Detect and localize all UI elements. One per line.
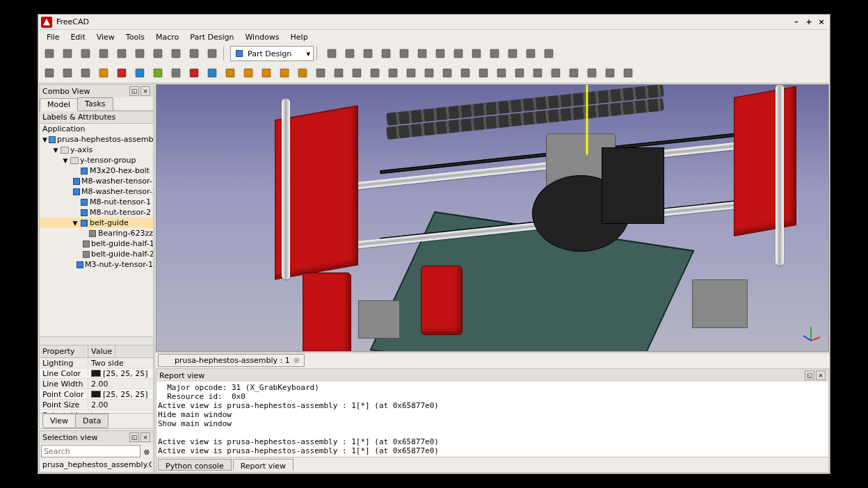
property-value[interactable]: [25, 25, 25] bbox=[88, 389, 153, 399]
shape-icon[interactable] bbox=[348, 65, 365, 81]
search-input[interactable] bbox=[41, 445, 140, 457]
line2-icon[interactable] bbox=[493, 65, 510, 81]
cube-icon[interactable] bbox=[450, 45, 467, 62]
constraint1-icon[interactable] bbox=[403, 65, 419, 81]
fit1-icon[interactable] bbox=[486, 45, 503, 62]
panel-close-button[interactable]: × bbox=[816, 371, 826, 380]
report-view-title[interactable]: Report view ◱ × bbox=[156, 369, 828, 382]
copy-icon[interactable] bbox=[131, 45, 148, 62]
cube4-icon[interactable] bbox=[150, 65, 166, 81]
fit2-icon[interactable] bbox=[504, 45, 521, 62]
menu-help[interactable]: Help bbox=[285, 31, 314, 43]
tree-item[interactable]: M8-nut-tensor-2 bbox=[40, 207, 153, 218]
circle2-icon[interactable] bbox=[360, 45, 376, 62]
clear-icon[interactable]: ⊗ bbox=[142, 448, 152, 457]
panel-float-button[interactable]: ◱ bbox=[129, 86, 139, 96]
print-icon[interactable] bbox=[95, 45, 112, 62]
sketch-icon[interactable] bbox=[312, 65, 329, 81]
tree-item[interactable]: belt-guide-half-1 bbox=[40, 238, 153, 249]
cube5-icon[interactable] bbox=[186, 65, 202, 81]
export-icon[interactable] bbox=[41, 65, 58, 81]
document-tab[interactable]: prusa-hephestos-assembly : 1 ⊗ bbox=[158, 354, 305, 367]
3d-viewport[interactable] bbox=[156, 84, 829, 352]
tab-tasks[interactable]: Tasks bbox=[77, 97, 113, 111]
panel-close-button[interactable]: × bbox=[140, 86, 150, 96]
menu-part-design[interactable]: Part Design bbox=[184, 31, 239, 43]
chevrons-icon[interactable] bbox=[468, 45, 485, 62]
constraint4-icon[interactable] bbox=[457, 65, 474, 81]
tree-item[interactable]: ▼prusa-hephestos-assembly bbox=[40, 134, 153, 145]
line-icon[interactable] bbox=[330, 65, 347, 81]
meas2-icon[interactable] bbox=[385, 65, 401, 81]
panel-float-button[interactable]: ◱ bbox=[805, 371, 814, 380]
export2-icon[interactable] bbox=[77, 65, 94, 81]
workbench-selector[interactable]: Part Design▾ bbox=[230, 46, 314, 61]
refresh-icon[interactable] bbox=[204, 45, 220, 62]
tree-item[interactable]: M3-nut-y-tensor-1 bbox=[40, 259, 153, 270]
tab-python-console[interactable]: Python console bbox=[158, 459, 232, 471]
fit4-icon[interactable] bbox=[540, 45, 557, 62]
menu-file[interactable]: File bbox=[41, 31, 65, 43]
meas-icon[interactable] bbox=[367, 65, 383, 81]
tree-expander-icon[interactable]: ▼ bbox=[52, 147, 59, 154]
tree-item[interactable]: ▼y-axis bbox=[40, 145, 153, 155]
tree-item[interactable]: M8-washer-tensor-2 bbox=[40, 186, 153, 197]
model-tree[interactable]: ▼prusa-hephestos-assembly▼y-axis▼y-tenso… bbox=[40, 134, 153, 336]
properties-header[interactable]: Property Value bbox=[40, 345, 153, 358]
property-value[interactable]: 2.00 bbox=[88, 379, 153, 389]
perp-icon[interactable] bbox=[529, 65, 546, 81]
tree-item[interactable]: M8-nut-tensor-1 bbox=[40, 197, 153, 207]
tree-expander-icon[interactable]: ▼ bbox=[72, 220, 79, 227]
report-body[interactable]: Major opcode: 31 (X_GrabKeyboard) Resour… bbox=[156, 382, 828, 457]
redo-icon[interactable] bbox=[186, 45, 202, 62]
property-value[interactable]: Two side bbox=[88, 358, 153, 368]
box3-icon[interactable] bbox=[276, 65, 293, 81]
property-value[interactable]: 2.00 bbox=[88, 400, 153, 409]
paste-icon[interactable] bbox=[150, 45, 166, 62]
combo-view-title[interactable]: Combo View ◱ × bbox=[40, 85, 153, 97]
menu-view[interactable]: View bbox=[91, 31, 120, 43]
property-row[interactable]: LightingTwo side bbox=[40, 358, 153, 368]
tree-item[interactable]: ▼belt-guide bbox=[40, 218, 153, 228]
box-icon[interactable] bbox=[240, 65, 257, 81]
property-value[interactable]: [25, 25, 25] bbox=[88, 368, 153, 378]
property-row[interactable]: Point Size2.00 bbox=[40, 400, 153, 410]
stop-icon[interactable] bbox=[432, 45, 449, 62]
whatsthis-icon[interactable] bbox=[323, 45, 340, 62]
tree-scrollbar[interactable] bbox=[40, 336, 153, 345]
cube6-icon[interactable] bbox=[204, 65, 220, 81]
box2-icon[interactable] bbox=[258, 65, 275, 81]
cut-icon[interactable] bbox=[113, 45, 130, 62]
perp2-icon[interactable] bbox=[547, 65, 564, 81]
zoom-icon[interactable] bbox=[414, 45, 431, 62]
tree-item[interactable]: belt-guide-half-2 bbox=[40, 249, 153, 259]
constraint2-icon[interactable] bbox=[421, 65, 437, 81]
property-row[interactable]: Point Color[25, 25, 25] bbox=[40, 389, 153, 400]
cube7-icon[interactable] bbox=[222, 65, 239, 81]
circle1-icon[interactable] bbox=[341, 45, 358, 62]
selection-view-title[interactable]: Selection view ◱ × bbox=[40, 431, 153, 444]
constraint3-icon[interactable] bbox=[439, 65, 456, 81]
new-icon[interactable] bbox=[41, 45, 58, 62]
panel-float-button[interactable]: ◱ bbox=[129, 432, 139, 442]
tree-item[interactable]: Bearing-623zz bbox=[40, 228, 153, 238]
menu-macro[interactable]: Macro bbox=[150, 31, 184, 43]
tree-expander-icon[interactable]: ▼ bbox=[42, 136, 47, 143]
open-icon[interactable] bbox=[59, 45, 76, 62]
tab-report-view[interactable]: Report view bbox=[233, 459, 294, 471]
save-icon[interactable] bbox=[77, 45, 94, 62]
cube3-icon[interactable] bbox=[131, 65, 148, 81]
import-icon[interactable] bbox=[59, 65, 76, 81]
panel-close-button[interactable]: × bbox=[140, 432, 150, 442]
tab-view[interactable]: View bbox=[42, 414, 76, 428]
undo-icon[interactable] bbox=[168, 45, 184, 62]
arc-icon[interactable] bbox=[475, 65, 492, 81]
cube1-icon[interactable] bbox=[95, 65, 112, 81]
cube2-icon[interactable] bbox=[113, 65, 130, 81]
menu-tools[interactable]: Tools bbox=[120, 31, 150, 43]
tab-data[interactable]: Data bbox=[75, 414, 108, 428]
play-icon[interactable] bbox=[396, 45, 412, 62]
eq-icon[interactable] bbox=[511, 65, 528, 81]
titlebar[interactable]: FreeCAD – + × bbox=[38, 15, 830, 30]
close-button[interactable]: × bbox=[816, 17, 827, 28]
